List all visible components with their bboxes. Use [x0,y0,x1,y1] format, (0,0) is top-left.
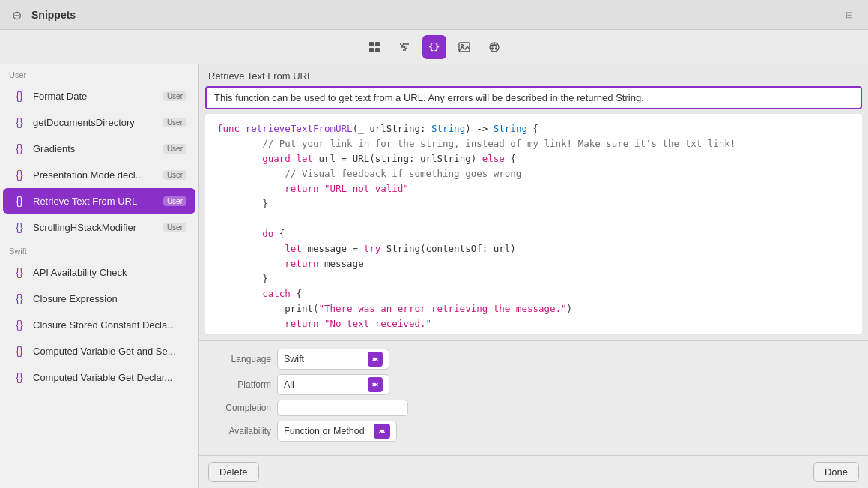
language-label: Language [211,354,271,364]
bottom-bar: Delete Done [199,455,868,488]
snippet-icon: {} [12,220,27,235]
description-text: This function can be used to get text fr… [214,92,644,103]
availability-row: Availability Function or Method [211,421,856,442]
user-section-label: User [0,64,198,82]
code-content[interactable]: func retrieveTextFromURL(_ urlString: St… [205,114,862,334]
availability-select-arrow [374,424,390,439]
snippet-icon: {} [12,193,27,208]
delete-button[interactable]: Delete [208,462,259,482]
window-control[interactable]: ⊟ [846,10,856,20]
sidebar-item-computed-get-decl[interactable]: {} Computed Variable Get Declar... [3,364,195,390]
footer-area: Language Swift Platform All Co [199,340,868,455]
availability-select[interactable]: Function or Method [277,421,397,442]
sidebar-item-name: Computed Variable Get Declar... [33,372,186,383]
availability-label: Availability [211,426,271,436]
sidebar-item-get-documents[interactable]: {} getDocumentsDirectory User [3,109,195,135]
snippet-icon: {} [12,115,27,130]
language-row: Language Swift [211,349,856,370]
svg-point-10 [461,44,463,46]
sidebar-item-scrolling-hstack[interactable]: {} ScrollingHStackModifier User [3,214,195,240]
sidebar-item-name: Closure Stored Constant Decla... [33,319,186,331]
snippet-icon: {} [12,291,27,306]
sidebar-item-name: Presentation Mode decl... [33,169,157,181]
sidebar-item-name: Gradients [33,143,157,154]
snippet-icon: {} [12,88,27,103]
description-box[interactable]: This function can be used to get text fr… [205,86,862,109]
language-value: Swift [284,354,365,364]
content-area: Retrieve Text From URL This function can… [199,64,868,488]
svg-point-8 [404,46,407,48]
snippet-icon: {} [12,141,27,156]
sidebar-item-gradients[interactable]: {} Gradients User [3,136,195,161]
sidebar-item-badge: User [163,144,186,154]
sidebar-item-computed-get-set[interactable]: {} Computed Variable Get and Se... [3,338,195,364]
sidebar-item-badge: User [163,91,186,101]
platform-label: Platform [211,379,271,390]
completion-label: Completion [211,403,271,413]
snippet-icon: {} [12,265,27,280]
main-layout: User {} Format Date User {} getDocuments… [0,64,868,488]
palette-button[interactable] [482,35,506,59]
sidebar-item-format-date[interactable]: {} Format Date User [3,83,195,109]
title-bar: ⊖ Snippets ⊟ [0,0,868,30]
svg-point-12 [491,45,493,46]
snippet-icon: {} [12,167,27,182]
sidebar-item-badge: User [163,196,186,206]
sidebar-item-closure-expression[interactable]: {} Closure Expression [3,286,195,311]
sidebar-item-name: Retrieve Text From URL [33,196,157,207]
svg-rect-0 [369,42,374,46]
platform-row: Platform All [211,374,856,395]
done-button[interactable]: Done [813,462,859,482]
sidebar-item-name: getDocumentsDirectory [33,117,157,128]
snippet-icon: {} [12,370,27,385]
grid-view-button[interactable] [362,35,386,59]
completion-input[interactable] [277,400,408,416]
sidebar-item-api-availability[interactable]: {} API Availability Check [3,259,195,285]
sidebar-item-closure-stored[interactable]: {} Closure Stored Constant Decla... [3,312,195,337]
completion-row: Completion [211,400,856,416]
sidebar-item-retrieve-text[interactable]: {} Retrieve Text From URL User [3,188,195,214]
svg-rect-1 [375,42,380,46]
sidebar-item-name: Format Date [33,91,157,102]
sidebar-item-name: API Availability Check [33,267,186,278]
platform-value: All [284,379,365,390]
image-button[interactable] [452,35,476,59]
sidebar-item-badge: User [163,118,186,127]
app-title: Snippets [31,9,76,21]
svg-rect-3 [375,48,380,52]
sidebar-item-badge: User [163,223,186,232]
sidebar-item-presentation-mode[interactable]: {} Presentation Mode decl... User [3,162,195,187]
svg-point-7 [401,43,403,45]
availability-value: Function or Method [284,426,371,436]
sidebar-item-name: ScrollingHStackModifier [33,222,157,233]
sidebar: User {} Format Date User {} getDocuments… [0,64,199,488]
sidebar-item-name: Computed Variable Get and Se... [33,346,186,357]
filter-button[interactable] [392,35,416,59]
code-view-button[interactable]: {} [422,35,446,59]
svg-rect-2 [369,48,374,52]
snippet-icon: {} [12,343,27,358]
language-select-arrow [368,352,383,367]
svg-point-14 [491,48,493,49]
toolbar: {} [0,30,868,64]
svg-point-15 [495,48,497,49]
sidebar-item-badge: User [163,170,186,180]
platform-select-arrow [368,377,383,392]
platform-select[interactable]: All [277,374,389,395]
swift-section-label: Swift [0,241,198,259]
snippet-title: Retrieve Text From URL [199,64,868,86]
svg-point-16 [494,44,495,46]
code-panel: Retrieve Text From URL This function can… [199,64,868,340]
svg-point-13 [495,45,497,46]
app-icon: ⊖ [12,8,25,22]
language-select[interactable]: Swift [277,349,389,370]
sidebar-item-name: Closure Expression [33,293,186,304]
snippet-icon: {} [12,317,27,332]
